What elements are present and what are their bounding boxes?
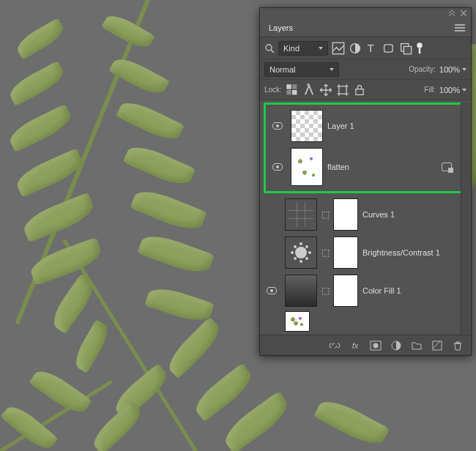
fill-value: 100% xyxy=(439,86,460,94)
visibility-toggle[interactable] xyxy=(272,163,283,171)
blend-mode-value: Normal xyxy=(269,65,295,74)
panel-footer: fx xyxy=(260,335,471,355)
lock-label: Lock: xyxy=(264,86,282,94)
svg-rect-8 xyxy=(419,48,421,54)
chevron-down-icon xyxy=(330,68,334,71)
lock-artboard-icon[interactable] xyxy=(336,83,349,97)
layer-thumbnail[interactable] xyxy=(285,311,310,332)
layer-row[interactable]: ⬚ Color Fill 1 xyxy=(260,272,471,310)
link-icon[interactable]: ⬚ xyxy=(321,209,329,220)
layer-row[interactable] xyxy=(260,310,471,333)
tab-layers[interactable]: Layers xyxy=(260,19,302,37)
close-icon[interactable] xyxy=(461,10,466,16)
layers-panel: Layers Kind T Normal Opacity: 100% xyxy=(259,7,472,356)
search-icon[interactable] xyxy=(264,43,275,53)
svg-rect-11 xyxy=(292,84,297,89)
lock-transparent-icon[interactable] xyxy=(286,83,299,97)
svg-rect-13 xyxy=(339,86,346,93)
svg-point-7 xyxy=(417,42,423,48)
layer-name[interactable]: flatten xyxy=(327,163,437,171)
chevron-down-icon xyxy=(462,68,466,71)
opacity-input[interactable]: 100% xyxy=(439,65,466,74)
layer-row[interactable]: ⬚ Brightness/Contrast 1 xyxy=(260,234,471,272)
shape-filter-icon[interactable] xyxy=(382,42,395,55)
smart-object-icon xyxy=(442,163,452,171)
filter-type-select[interactable]: Kind xyxy=(278,41,328,56)
lock-all-icon[interactable] xyxy=(353,83,366,97)
fill-thumbnail[interactable] xyxy=(285,275,317,307)
fx-icon[interactable]: fx xyxy=(349,340,361,351)
blend-mode-select[interactable]: Normal xyxy=(264,62,339,77)
artboard-filter-icon[interactable] xyxy=(416,42,423,55)
chevron-down-icon xyxy=(319,47,323,50)
svg-rect-12 xyxy=(286,90,291,94)
svg-rect-4 xyxy=(384,44,393,51)
new-layer-icon[interactable] xyxy=(431,340,443,351)
lock-row: Lock: Fill: 100% xyxy=(260,80,471,100)
link-icon[interactable]: ⬚ xyxy=(321,286,329,296)
svg-rect-9 xyxy=(286,84,291,89)
adjustment-thumbnail[interactable] xyxy=(285,236,317,269)
layer-row[interactable]: ⬚ Curves 1 xyxy=(260,195,471,234)
svg-text:T: T xyxy=(368,42,375,54)
visibility-toggle[interactable] xyxy=(267,287,277,294)
layer-thumbnail[interactable] xyxy=(291,148,323,186)
smart-object-filter-icon[interactable] xyxy=(399,42,412,55)
layer-row[interactable]: flatten xyxy=(266,145,465,189)
panel-tabs: Layers xyxy=(260,18,471,37)
collapse-icon[interactable] xyxy=(449,10,455,16)
svg-point-0 xyxy=(266,45,272,51)
delete-icon[interactable] xyxy=(452,340,464,351)
layer-mask-thumbnail[interactable] xyxy=(333,275,358,307)
link-icon[interactable]: ⬚ xyxy=(321,247,329,258)
svg-rect-6 xyxy=(404,46,411,53)
image-filter-icon[interactable] xyxy=(332,42,345,55)
layer-thumbnail[interactable] xyxy=(291,110,323,142)
lock-position-icon[interactable] xyxy=(319,83,332,97)
add-mask-icon[interactable] xyxy=(370,340,382,351)
blend-row: Normal Opacity: 100% xyxy=(260,59,471,80)
layer-name[interactable]: Layer 1 xyxy=(327,122,462,130)
link-icon[interactable] xyxy=(329,340,341,351)
layer-name[interactable]: Curves 1 xyxy=(362,210,468,219)
opacity-value: 100% xyxy=(439,65,460,74)
type-filter-icon[interactable]: T xyxy=(365,42,379,55)
lock-image-icon[interactable] xyxy=(302,83,316,97)
opacity-label: Opacity: xyxy=(409,65,436,73)
scrollbar[interactable] xyxy=(461,102,471,335)
panel-menu-icon[interactable] xyxy=(449,21,471,34)
selection-highlight: Layer 1 flatten xyxy=(264,102,467,193)
svg-rect-10 xyxy=(292,90,297,94)
adjustment-thumbnail[interactable] xyxy=(285,198,317,231)
layer-mask-thumbnail[interactable] xyxy=(333,236,358,269)
fill-input[interactable]: 100% xyxy=(439,86,466,94)
new-group-icon[interactable] xyxy=(411,340,423,351)
layers-list: Layer 1 flatten ⬚ Curves 1 ⬚ Brightness/… xyxy=(260,102,471,335)
layer-mask-thumbnail[interactable] xyxy=(333,198,358,231)
svg-point-16 xyxy=(373,343,379,348)
chevron-down-icon xyxy=(462,89,466,92)
svg-rect-18 xyxy=(433,341,442,350)
svg-rect-1 xyxy=(332,42,343,53)
layer-name[interactable]: Brightness/Contrast 1 xyxy=(362,248,468,257)
filter-row: Kind T xyxy=(260,37,471,59)
layer-row[interactable]: Layer 1 xyxy=(266,107,465,145)
visibility-toggle[interactable] xyxy=(272,122,283,130)
svg-rect-14 xyxy=(356,89,363,94)
panel-topbar xyxy=(260,8,471,18)
fill-label: Fill: xyxy=(424,86,436,94)
layer-name[interactable]: Color Fill 1 xyxy=(362,286,468,295)
adjustment-filter-icon[interactable] xyxy=(349,42,362,55)
filter-type-label: Kind xyxy=(283,44,300,53)
new-adjustment-icon[interactable] xyxy=(390,340,402,351)
